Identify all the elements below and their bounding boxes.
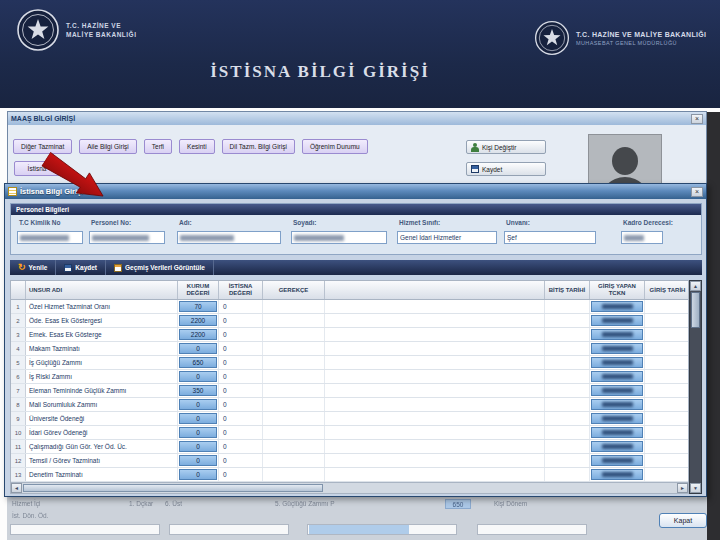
vertical-scrollbar-thumb[interactable] — [691, 292, 700, 328]
istisna-degeri-cell[interactable]: 0 — [219, 440, 263, 453]
unsur-adi-cell: Temsil / Görev Tazminatı — [26, 454, 178, 467]
tckn-masked-value — [591, 329, 643, 340]
column-header-6: BİTİŞ TARİHİ — [545, 281, 590, 299]
scroll-up-icon[interactable]: ▲ — [690, 281, 701, 291]
gecmis-verileri-button[interactable]: Geçmiş Verileri Görüntüle — [106, 260, 214, 275]
maas-titlebar[interactable]: MAAŞ BİLGİ GİRİŞİ × — [8, 112, 706, 125]
giris-tarihi-cell — [645, 328, 690, 341]
istisna-degeri-cell[interactable]: 0 — [219, 356, 263, 369]
kurum-degeri-cell: 0 — [178, 426, 219, 439]
close-icon[interactable]: × — [691, 187, 703, 197]
istisna-degeri-cell[interactable]: 0 — [219, 468, 263, 481]
background-text: 6. Üst — [165, 500, 182, 507]
tckn-masked-value — [591, 301, 643, 312]
giris-tarihi-cell — [645, 468, 690, 481]
unvani-input[interactable]: Şef — [504, 231, 596, 244]
desktop-background — [707, 112, 720, 540]
filler-cell — [325, 384, 545, 397]
gerekce-cell[interactable] — [263, 454, 325, 467]
gerekce-cell[interactable] — [263, 468, 325, 481]
table-row[interactable]: 7Eleman Temininde Güçlük Zammı3500 — [11, 384, 688, 398]
table-row[interactable]: 10İdari Görev Ödeneği00 — [11, 426, 688, 440]
istisna-degeri-cell[interactable]: 0 — [219, 454, 263, 467]
scroll-left-icon[interactable]: ◄ — [11, 483, 22, 493]
bitis-tarihi-cell — [545, 314, 590, 327]
table-row[interactable]: 13Denetim Tazminatı00 — [11, 468, 688, 482]
kapat-button[interactable]: Kapat — [659, 513, 707, 528]
app-screenshot: MAAŞ BİLGİ GİRİŞİ × Diğer TazminatAile B… — [0, 108, 720, 540]
kaydet-label: Kaydet — [482, 166, 502, 173]
table-row[interactable]: 8Mali Sorumluluk Zammı00 — [11, 398, 688, 412]
giris-yapan-tckn-cell — [590, 454, 645, 467]
gerekce-cell[interactable] — [263, 370, 325, 383]
giris-yapan-tckn-cell — [590, 370, 645, 383]
gerekce-cell[interactable] — [263, 426, 325, 439]
table-row[interactable]: 5İş Güçlüğü Zammı6500 — [11, 356, 688, 370]
close-icon[interactable]: × — [691, 114, 703, 124]
maas-toolbar-button-1[interactable]: Aile Bilgi Girişi — [79, 139, 137, 154]
gerekce-cell[interactable] — [263, 342, 325, 355]
column-header-8: GİRİŞ TARİH — [645, 281, 690, 299]
table-row[interactable]: 12Temsil / Görev Tazminatı00 — [11, 454, 688, 468]
filler-cell — [325, 412, 545, 425]
scroll-right-icon[interactable]: ► — [677, 483, 688, 493]
yenile-button[interactable]: ↻ Yenile — [10, 260, 56, 275]
bitis-tarihi-cell — [545, 370, 590, 383]
giris-tarihi-cell — [645, 412, 690, 425]
table-row[interactable]: 2Öde. Esas Ek Göstergesi22000 — [11, 314, 688, 328]
gerekce-cell[interactable] — [263, 314, 325, 327]
unsur-adi-cell: Çalışmadığı Gün Gör. Yer Öd. Üc. — [26, 440, 178, 453]
istisna-degeri-cell[interactable]: 0 — [219, 384, 263, 397]
table-row[interactable]: 6İş Riski Zammı00 — [11, 370, 688, 384]
istisna-degeri-cell[interactable]: 0 — [219, 300, 263, 313]
table-row[interactable]: 11Çalışmadığı Gün Gör. Yer Öd. Üc.00 — [11, 440, 688, 454]
kadro-derecesi-input[interactable] — [621, 231, 663, 244]
table-row[interactable]: 1Özel Hizmet Tazminat Oranı700 — [11, 300, 688, 314]
table-row[interactable]: 4Makam Tazminatı00 — [11, 342, 688, 356]
kaydet-action-button[interactable]: Kaydet — [56, 260, 106, 275]
personel-no-input[interactable] — [89, 231, 165, 244]
giris-yapan-tckn-cell — [590, 342, 645, 355]
table-row[interactable]: 9Üniversite Ödeneği00 — [11, 412, 688, 426]
table-row[interactable]: 3Emek. Esas Ek Gösterge22000 — [11, 328, 688, 342]
istisna-degeri-cell[interactable]: 0 — [219, 412, 263, 425]
maas-toolbar-button-0[interactable]: Diğer Tazminat — [13, 139, 72, 154]
gerekce-cell[interactable] — [263, 440, 325, 453]
horizontal-scrollbar[interactable]: ◄ ► — [10, 482, 689, 494]
tc-kimlik-input[interactable] — [17, 231, 83, 244]
istisna-degeri-cell[interactable]: 0 — [219, 314, 263, 327]
unsur-adi-cell: Denetim Tazminatı — [26, 468, 178, 481]
istisna-table-body: 1Özel Hizmet Tazminat Oranı7002Öde. Esas… — [10, 300, 689, 482]
maas-toolbar-button-5[interactable]: Öğrenim Durumu — [302, 139, 368, 154]
istisna-degeri-cell[interactable]: 0 — [219, 328, 263, 341]
tckn-masked-value — [591, 315, 643, 326]
gerekce-cell[interactable] — [263, 328, 325, 341]
maas-toolbar-button-4[interactable]: Dil Tazm. Bilgi Girişi — [222, 139, 295, 154]
gerekce-cell[interactable] — [263, 384, 325, 397]
adi-input[interactable] — [177, 231, 281, 244]
row-number: 13 — [11, 468, 26, 481]
horizontal-scrollbar-thumb[interactable] — [23, 484, 323, 492]
kisi-degistir-button[interactable]: Kişi Değiştir — [466, 140, 546, 154]
hizmet-sinifi-input[interactable]: Genel İdari Hizmetler — [397, 231, 497, 244]
bitis-tarihi-cell — [545, 384, 590, 397]
istisna-degeri-cell[interactable]: 0 — [219, 426, 263, 439]
scroll-down-icon[interactable]: ▼ — [690, 483, 701, 493]
kaydet-button[interactable]: Kaydet — [466, 162, 546, 176]
unsur-adi-cell: Emek. Esas Ek Gösterge — [26, 328, 178, 341]
istisna-degeri-cell[interactable]: 0 — [219, 398, 263, 411]
gerekce-cell[interactable] — [263, 412, 325, 425]
vertical-scrollbar[interactable]: ▲ ▼ — [689, 280, 702, 494]
istisna-degeri-cell[interactable]: 0 — [219, 370, 263, 383]
gerekce-cell[interactable] — [263, 300, 325, 313]
maas-toolbar-button-3[interactable]: Kesinti — [179, 139, 215, 154]
history-icon — [114, 264, 122, 272]
soyadi-input[interactable] — [291, 231, 387, 244]
istisna-degeri-cell[interactable]: 0 — [219, 342, 263, 355]
filler-cell — [325, 370, 545, 383]
maas-toolbar-button-2[interactable]: Terfi — [144, 139, 172, 154]
giris-tarihi-cell — [645, 454, 690, 467]
gerekce-cell[interactable] — [263, 398, 325, 411]
gerekce-cell[interactable] — [263, 356, 325, 369]
save-icon — [64, 264, 72, 272]
